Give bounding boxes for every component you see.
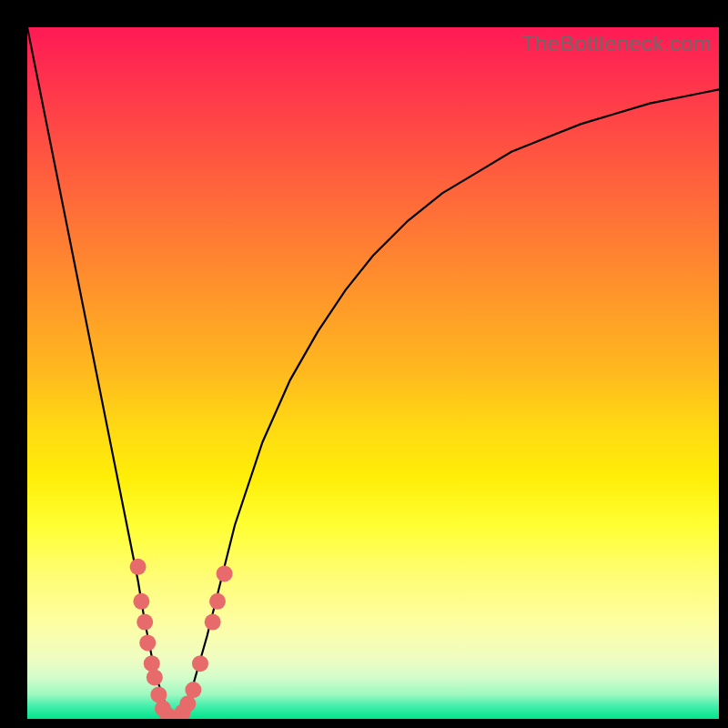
chart-frame: TheBottleneck.com xyxy=(0,0,728,728)
gpu-point xyxy=(217,565,233,581)
gpu-point xyxy=(209,593,226,610)
plot-area: TheBottleneck.com xyxy=(27,27,719,719)
gpu-point xyxy=(150,686,167,703)
gpu-point xyxy=(130,559,147,575)
gpu-point xyxy=(192,655,208,672)
bottleneck-curve-line xyxy=(27,27,719,719)
gpu-point xyxy=(185,682,201,698)
gpu-point xyxy=(147,669,163,685)
gpu-point xyxy=(139,634,156,651)
bottleneck-chart-svg xyxy=(27,27,719,719)
gpu-point xyxy=(136,614,153,631)
gpu-point xyxy=(205,614,221,631)
gpu-point xyxy=(133,593,149,610)
gpu-point xyxy=(144,655,160,672)
gpu-markers-group xyxy=(130,559,233,719)
